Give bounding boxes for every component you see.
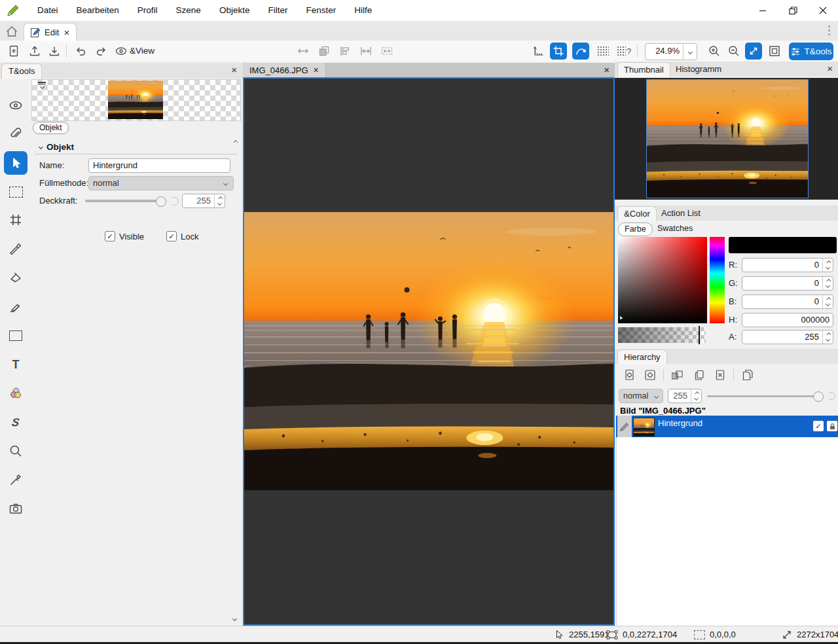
opacity-slider-knob[interactable] (156, 196, 166, 207)
green-spinbox[interactable]: 0 (742, 276, 833, 291)
tab-histogramm[interactable]: Histogramm (670, 62, 727, 77)
lock-checkbox-box[interactable]: ✓ (166, 231, 177, 241)
attach-tool-paperclip-icon[interactable] (4, 122, 27, 146)
pointer-tool-icon[interactable] (4, 151, 27, 175)
menu-bearbeiten[interactable]: Bearbeiten (67, 0, 128, 21)
menu-objekte[interactable]: Objekte (210, 0, 259, 21)
ruler-icon[interactable] (530, 43, 547, 60)
copy-document-button[interactable] (740, 368, 755, 382)
menu-profil[interactable]: Profil (128, 0, 167, 21)
tabbar-overflow-icon[interactable] (828, 26, 830, 35)
grid-toggle-button[interactable] (594, 43, 611, 60)
new-layer-button[interactable] (623, 368, 637, 382)
blend-layers-icon[interactable] (316, 43, 333, 60)
blue-spinbox[interactable]: 0 (742, 295, 833, 309)
layer-lock-icon[interactable] (827, 421, 837, 431)
export-button[interactable] (26, 43, 43, 60)
full-frame-button[interactable] (766, 43, 783, 60)
current-color-swatch[interactable] (729, 237, 837, 253)
zoom-level-value[interactable]: 24.9% (646, 44, 683, 60)
pipette-tool-icon[interactable] (4, 468, 27, 492)
hex-field[interactable]: 000000 (742, 313, 833, 327)
camera-tool-icon[interactable] (4, 497, 27, 520)
menu-hilfe[interactable]: Hilfe (345, 0, 381, 21)
blue-value[interactable]: 0 (742, 295, 822, 308)
tools-panel-toggle-button[interactable]: T&ools (789, 43, 833, 60)
objekt-section-header[interactable]: Objekt (31, 141, 243, 153)
flip-horizontal-icon[interactable] (295, 43, 312, 60)
document-bar-close-icon[interactable]: × (604, 64, 610, 75)
tab-swatches[interactable]: Swatches (651, 223, 699, 235)
document-root-label[interactable]: Bild "IMG_0466.JPG" (620, 406, 706, 416)
fit-width-icon[interactable] (357, 43, 374, 60)
menu-szene[interactable]: Szene (167, 0, 210, 21)
menu-fenster[interactable]: Fenster (297, 0, 345, 21)
preview-image[interactable] (646, 79, 809, 198)
pen-tool-icon[interactable] (4, 295, 27, 319)
home-button[interactable] (3, 23, 21, 40)
zoom-in-button[interactable] (706, 43, 723, 60)
grid-snap-button[interactable]: ? (614, 43, 634, 60)
tools-panel-tab[interactable]: T&ools (1, 63, 42, 79)
fill-tool-icon[interactable] (4, 266, 27, 290)
merge-layers-button[interactable] (671, 368, 685, 382)
layer-opacity-reset-icon[interactable] (828, 392, 835, 400)
color-adjust-tool-icon[interactable] (4, 382, 27, 405)
tab-farbe[interactable]: Farbe (618, 223, 653, 236)
opacity-spinbox[interactable]: 255 (182, 194, 225, 208)
restore-icon[interactable] (778, 0, 808, 21)
zoom-level-combo[interactable]: 24.9% (645, 43, 697, 60)
filmstrip-options-icon[interactable] (36, 82, 48, 94)
visible-checkbox[interactable]: ✓ Visible (105, 231, 144, 241)
spinner-arrows[interactable] (822, 295, 833, 308)
tab-thumbnail[interactable]: Thumbnail (617, 62, 670, 77)
crop-tool-button[interactable] (550, 43, 567, 60)
opacity-slider[interactable] (85, 200, 165, 202)
spinner-arrows[interactable] (214, 194, 225, 207)
tools-panel-close-icon[interactable]: × (231, 64, 237, 75)
view-menu-label[interactable]: &View (130, 41, 155, 62)
layer-row-thumbnail[interactable] (633, 418, 655, 437)
hex-value[interactable]: 000000 (742, 313, 833, 327)
rectangle-tool-icon[interactable] (4, 324, 27, 348)
blend-mode-select[interactable]: normal (619, 389, 663, 403)
crop-tool-icon[interactable] (4, 208, 27, 232)
preview-panel-close-icon[interactable]: × (827, 63, 833, 74)
undo-button[interactable] (72, 43, 89, 60)
lock-checkbox[interactable]: ✓ Lock (166, 231, 198, 241)
minimize-icon[interactable] (748, 0, 778, 21)
close-icon[interactable] (808, 0, 838, 21)
fit-window-button[interactable] (745, 43, 762, 60)
panel-scroll-down-icon[interactable] (232, 617, 237, 621)
alpha-value[interactable]: 255 (742, 331, 822, 344)
marquee-tool-icon[interactable] (4, 180, 27, 204)
opacity-value[interactable]: 255 (183, 194, 214, 207)
spinner-arrows[interactable] (822, 259, 833, 272)
red-value[interactable]: 0 (742, 259, 822, 272)
tab-action-list[interactable]: Action List (655, 206, 706, 221)
duplicate-layer-button[interactable] (692, 368, 706, 382)
tab-edit-close-icon[interactable]: × (63, 27, 70, 37)
align-left-icon[interactable] (337, 43, 354, 60)
spinner-arrows[interactable] (691, 389, 701, 402)
tab-hierarchy[interactable]: Hierarchy (617, 349, 667, 365)
layer-opacity-spinbox[interactable]: 255 (668, 389, 702, 403)
shape-tool-button[interactable] (572, 43, 589, 60)
import-button[interactable] (46, 43, 63, 60)
redo-button[interactable] (93, 43, 110, 60)
tab-color[interactable]: &Color (617, 206, 657, 221)
frame-width-icon[interactable] (378, 43, 395, 60)
layer-visible-checkbox[interactable]: ✓ (813, 421, 824, 431)
layer-name-input[interactable]: Hintergrund (88, 158, 230, 173)
effects-tool-icon[interactable]: S (4, 410, 27, 434)
menu-filter[interactable]: Filter (259, 0, 297, 21)
opacity-reset-icon[interactable] (170, 197, 179, 206)
zoom-tool-icon[interactable] (4, 439, 27, 463)
layer-thumbnail[interactable] (108, 80, 163, 119)
zoom-out-button[interactable] (725, 43, 742, 60)
delete-layer-button[interactable] (713, 368, 727, 382)
layer-row-hintergrund[interactable]: Hintergrund ✓ (616, 416, 838, 437)
menu-datei[interactable]: Datei (28, 0, 67, 21)
red-spinbox[interactable]: 0 (742, 258, 833, 272)
alpha-spinbox[interactable]: 255 (742, 330, 833, 344)
